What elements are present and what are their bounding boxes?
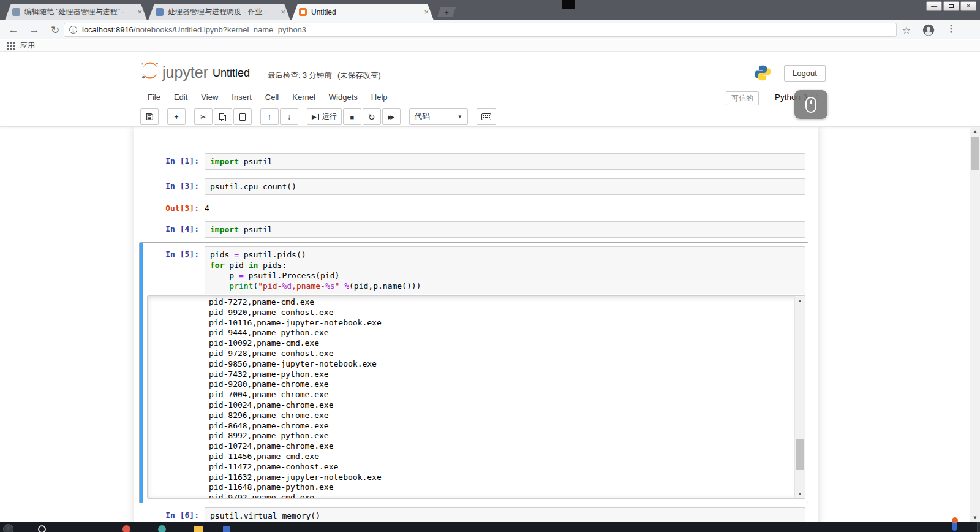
- save-button[interactable]: [140, 108, 159, 125]
- add-cell-button[interactable]: +: [167, 108, 186, 125]
- cut-cell-button[interactable]: ✂: [194, 108, 213, 125]
- code-input[interactable]: pids = psutil.pids()for pid in pids: p =…: [205, 246, 805, 294]
- output-scrollbar[interactable]: ▲ ▼: [794, 296, 805, 498]
- menu-insert[interactable]: Insert: [225, 90, 258, 104]
- copy-cell-button[interactable]: [214, 108, 232, 125]
- menu-cell[interactable]: Cell: [258, 90, 285, 104]
- bookmarks-bar: 应用: [0, 40, 980, 52]
- output-scroll-area[interactable]: pid-7272,pname-cmd.exepid-9920,pname-con…: [147, 295, 805, 499]
- logout-button[interactable]: Logout: [784, 65, 826, 82]
- tab-homework[interactable]: 处理器管理与进程调度 - 作业 - ×: [148, 4, 290, 20]
- input-prompt: In [1]:: [143, 153, 205, 170]
- restart-run-all-button[interactable]: ▶▶: [382, 108, 401, 125]
- jupyter-favicon: [299, 8, 307, 16]
- move-cell-down-button[interactable]: ↓: [280, 108, 298, 125]
- address-bar[interactable]: i localhost:8916/notebooks/Untitled.ipyn…: [64, 23, 897, 37]
- notebook-container: In [1]: import psutil In [3]: psutil.cpu…: [134, 127, 818, 522]
- profile-avatar-icon[interactable]: [922, 24, 935, 36]
- screen: 编辑随笔 "处理器管理与进程" - × 处理器管理与进程调度 - 作业 - × …: [0, 0, 980, 532]
- taskbar-app-icon[interactable]: [223, 526, 230, 532]
- apps-grid-icon[interactable]: [7, 42, 15, 50]
- notebook-title[interactable]: Untitled: [213, 67, 250, 80]
- output-prompt: Out[3]:: [143, 200, 205, 213]
- url-path: /notebooks/Untitled.ipynb?kernel_name=py…: [134, 25, 306, 34]
- restart-kernel-button[interactable]: ↻: [363, 108, 381, 125]
- menu-kernel[interactable]: Kernel: [285, 90, 322, 104]
- input-prompt: In [5]:: [143, 246, 205, 294]
- code-input[interactable]: psutil.virtual_memory(): [205, 507, 805, 522]
- menu-widgets[interactable]: Widgets: [322, 90, 364, 104]
- menu-edit[interactable]: Edit: [167, 90, 194, 104]
- forward-icon[interactable]: →: [27, 23, 42, 37]
- tab-untitled-notebook[interactable]: Untitled ×: [292, 4, 434, 20]
- jupyter-wordmark[interactable]: jupyter: [162, 64, 208, 82]
- scroll-down-icon[interactable]: ▼: [970, 513, 980, 522]
- browser-menu-icon[interactable]: ⋮: [945, 23, 957, 34]
- tab-close-icon[interactable]: ×: [424, 8, 429, 16]
- page-scrollbar-thumb[interactable]: [971, 137, 979, 170]
- new-tab-button[interactable]: +: [437, 7, 456, 17]
- output-scrollbar-thumb[interactable]: [796, 439, 804, 470]
- unsaved-text: (未保存改变): [337, 70, 381, 81]
- scroll-up-icon[interactable]: ▲: [970, 127, 980, 136]
- code-input[interactable]: import psutil: [205, 221, 805, 238]
- page-info-icon[interactable]: i: [69, 26, 77, 34]
- mouse-icon: [805, 97, 816, 113]
- taskbar-folder-icon[interactable]: [194, 526, 203, 532]
- move-cell-up-button[interactable]: ↑: [260, 108, 279, 125]
- chevron-down-icon: ▼: [458, 114, 462, 120]
- start-button[interactable]: [3, 524, 13, 532]
- browser-navbar: ← → ↻ i localhost:8916/notebooks/Untitle…: [0, 20, 980, 39]
- bookmark-star-icon[interactable]: ☆: [899, 23, 914, 37]
- tab-close-icon[interactable]: ×: [281, 8, 285, 16]
- close-button[interactable]: ×: [960, 1, 976, 11]
- windows-taskbar: [0, 522, 980, 532]
- paste-icon: [239, 113, 246, 121]
- run-cell-button[interactable]: ▶ 运行: [307, 108, 342, 125]
- show-desktop-button[interactable]: [977, 522, 980, 532]
- interrupt-kernel-button[interactable]: ■: [343, 108, 361, 125]
- restore-icon: [949, 4, 954, 8]
- code-input[interactable]: import psutil: [205, 153, 805, 170]
- screen-artifact: [562, 0, 575, 9]
- menu-help[interactable]: Help: [364, 90, 394, 104]
- tab-blog-edit[interactable]: 编辑随笔 "处理器管理与进程" - ×: [5, 4, 147, 20]
- keyboard-icon: [481, 113, 491, 120]
- window-controls: — ×: [926, 1, 976, 11]
- copy-icon: [219, 113, 224, 120]
- trusted-indicator: 可信的: [726, 91, 759, 105]
- apps-label[interactable]: 应用: [20, 40, 35, 51]
- back-icon[interactable]: ←: [6, 23, 21, 37]
- scroll-down-icon[interactable]: ▼: [795, 489, 805, 498]
- url-host: localhost:8916: [82, 25, 134, 34]
- menu-file[interactable]: File: [141, 90, 167, 104]
- notebook-area: In [1]: import psutil In [3]: psutil.cpu…: [0, 127, 980, 522]
- command-palette-button[interactable]: [477, 108, 496, 125]
- taskbar-app-icon[interactable]: [123, 525, 130, 532]
- paste-cell-button[interactable]: [233, 108, 252, 125]
- taskbar-app-icon[interactable]: [38, 525, 46, 532]
- tab-title: Untitled: [311, 8, 420, 17]
- notebook-toolbar: + ✂ ↑ ↓ ▶ 运行 ■ ↻ ▶▶ 代码: [140, 108, 497, 125]
- cell-output-stream: pid-7272,pname-cmd.exepid-9920,pname-con…: [209, 297, 791, 499]
- checkpoint-status: 最后检查: 3 分钟前 (未保存改变): [268, 70, 381, 81]
- cell-type-value: 代码: [415, 112, 430, 122]
- taskbar-app-icon[interactable]: [158, 525, 166, 532]
- scroll-up-icon[interactable]: ▲: [795, 296, 805, 305]
- page-scrollbar[interactable]: ▲ ▼: [970, 127, 980, 522]
- cell-type-dropdown[interactable]: 代码 ▼: [409, 108, 468, 125]
- run-label: 运行: [322, 112, 337, 122]
- code-cell-5: In [6]: psutil.virtual_memory(): [139, 503, 809, 522]
- jupyter-page: jupyter Untitled 最后检查: 3 分钟前 (未保存改变) Log…: [0, 53, 980, 522]
- jupyter-logo-icon[interactable]: [140, 61, 160, 80]
- menu-view[interactable]: View: [194, 90, 225, 104]
- input-prompt: In [4]:: [143, 221, 205, 238]
- output-value: 4: [205, 200, 209, 213]
- code-input[interactable]: psutil.cpu_count(): [205, 178, 805, 195]
- minimize-button[interactable]: —: [926, 1, 942, 11]
- tab-close-icon[interactable]: ×: [137, 8, 142, 16]
- reload-icon[interactable]: ↻: [48, 23, 62, 37]
- restore-button[interactable]: [943, 1, 959, 11]
- code-cell-4-selected[interactable]: In [5]: pids = psutil.pids()for pid in p…: [139, 242, 809, 503]
- python-logo-icon: [754, 64, 771, 82]
